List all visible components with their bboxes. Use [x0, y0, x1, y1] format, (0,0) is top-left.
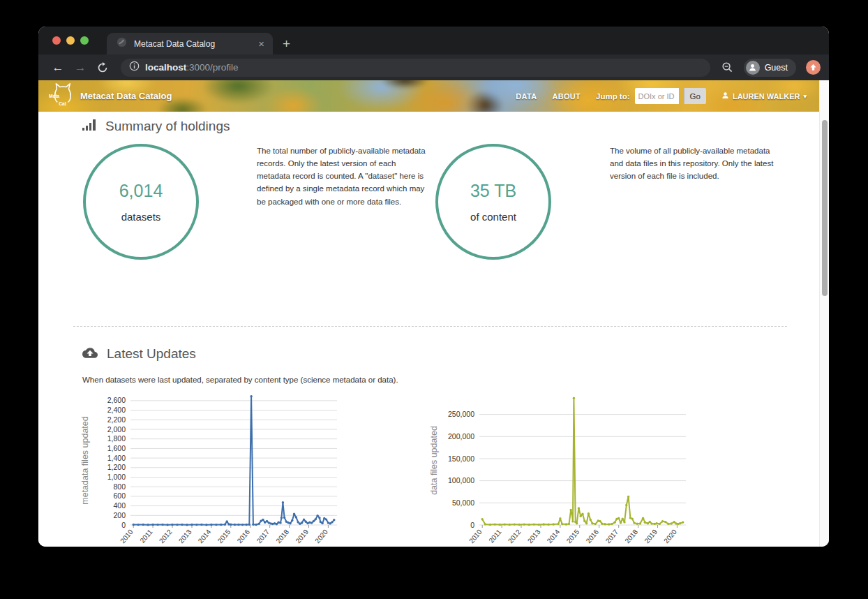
svg-text:2014: 2014	[546, 528, 562, 545]
url-host: localhost	[145, 62, 186, 73]
summary-heading: Summary of holdings	[82, 119, 230, 134]
section-divider	[73, 326, 787, 327]
svg-text:1,800: 1,800	[107, 434, 126, 443]
tab-title: Metacat Data Catalog	[134, 39, 250, 49]
svg-text:1,200: 1,200	[107, 463, 126, 471]
svg-text:2,400: 2,400	[107, 406, 126, 414]
guest-avatar	[746, 61, 760, 75]
svg-text:2015: 2015	[565, 528, 581, 545]
tab-strip: Metacat Data Catalog × +	[38, 27, 829, 54]
svg-text:2,000: 2,000	[107, 425, 126, 434]
svg-text:2,600: 2,600	[107, 396, 126, 404]
site-info-icon[interactable]	[129, 61, 140, 74]
page-scrollbar	[819, 80, 829, 547]
updates-heading-text: Latest Updates	[107, 346, 196, 362]
brand-title: Metacat Data Catalog	[80, 91, 172, 101]
url-path: :3000/profile	[186, 62, 238, 73]
svg-text:2016: 2016	[585, 528, 601, 545]
brand-link[interactable]: Meta Cat Metacat Data Catalog	[48, 81, 172, 112]
scrollbar-thumb[interactable]	[822, 120, 828, 296]
cloud-upload-icon	[82, 346, 98, 362]
svg-text:2017: 2017	[604, 528, 620, 545]
svg-text:2012: 2012	[507, 528, 523, 545]
svg-text:data files updated: data files updated	[429, 426, 439, 495]
svg-text:50,000: 50,000	[452, 498, 474, 507]
svg-text:metadata files updated: metadata files updated	[80, 416, 90, 505]
svg-text:250,000: 250,000	[448, 410, 474, 418]
svg-text:2010: 2010	[467, 528, 484, 545]
user-name: LAUREN WALKER	[733, 92, 800, 101]
svg-text:100,000: 100,000	[448, 476, 474, 485]
updates-heading: Latest Updates	[82, 346, 196, 362]
user-icon	[721, 91, 729, 101]
svg-text:800: 800	[113, 482, 126, 491]
url-text: localhost:3000/profile	[145, 62, 239, 73]
chevron-down-icon: ▾	[803, 93, 807, 100]
svg-text:2019: 2019	[294, 528, 310, 545]
svg-text:2,200: 2,200	[107, 415, 126, 424]
svg-text:0: 0	[121, 521, 126, 529]
jump-to-input[interactable]	[635, 88, 679, 104]
svg-text:2014: 2014	[197, 528, 213, 545]
reload-button[interactable]	[93, 58, 112, 77]
new-tab-button[interactable]: +	[283, 37, 290, 50]
volume-label: of content	[470, 211, 516, 223]
address-bar[interactable]: localhost:3000/profile	[121, 59, 710, 77]
svg-text:1,600: 1,600	[107, 444, 126, 452]
metacat-logo: Meta Cat	[48, 81, 75, 112]
metadata-updates-chart: 02004006008001,0001,2001,4001,6001,8002,…	[79, 390, 345, 547]
tab-close-icon[interactable]: ×	[257, 38, 266, 49]
summary-heading-text: Summary of holdings	[105, 119, 230, 134]
volume-metric-circle: 35 TB of content	[435, 144, 551, 260]
svg-text:400: 400	[113, 501, 126, 510]
svg-text:2011: 2011	[487, 528, 503, 545]
svg-text:150,000: 150,000	[448, 454, 474, 463]
svg-text:2010: 2010	[119, 528, 135, 545]
profile-button[interactable]: Guest	[744, 59, 796, 77]
volume-count: 35 TB	[470, 181, 516, 201]
tab-favicon-icon	[117, 37, 127, 50]
svg-text:1,400: 1,400	[107, 454, 126, 462]
svg-text:2016: 2016	[236, 528, 252, 545]
browser-window: Metacat Data Catalog × + ← → localhost:3…	[38, 27, 829, 547]
svg-text:2018: 2018	[274, 528, 290, 545]
svg-text:2015: 2015	[216, 528, 232, 545]
nav-link-data[interactable]: DATA	[516, 92, 537, 101]
profile-page: Summary of holdings 6,014 datasets The t…	[38, 112, 819, 547]
volume-description: The volume of all publicly-available met…	[610, 145, 779, 182]
svg-text:1,000: 1,000	[107, 473, 126, 481]
minimize-window-button[interactable]	[66, 36, 75, 45]
datasets-label: datasets	[121, 211, 161, 223]
zoom-icon[interactable]	[719, 59, 737, 77]
svg-text:2017: 2017	[255, 528, 271, 545]
svg-text:0: 0	[470, 521, 474, 529]
svg-text:200: 200	[113, 511, 126, 519]
site-header: Meta Cat Metacat Data Catalog DATA ABOUT…	[38, 80, 819, 112]
bar-chart-icon	[82, 119, 96, 134]
datasets-metric-circle: 6,014 datasets	[83, 144, 199, 260]
svg-text:2019: 2019	[643, 528, 659, 545]
browser-toolbar: ← → localhost:3000/profile Guest	[38, 54, 829, 80]
back-button[interactable]: ←	[48, 58, 68, 77]
svg-text:2018: 2018	[623, 528, 639, 545]
svg-text:200,000: 200,000	[448, 432, 474, 441]
maximize-window-button[interactable]	[80, 36, 89, 45]
guest-label: Guest	[765, 63, 788, 73]
svg-text:2011: 2011	[138, 528, 154, 545]
go-button[interactable]: Go	[684, 88, 706, 104]
updates-subtitle: When datasets were last updated, separat…	[82, 376, 398, 384]
window-controls	[38, 27, 98, 54]
datasets-description: The total number of publicly-available m…	[257, 145, 428, 208]
close-window-button[interactable]	[52, 36, 61, 45]
svg-text:2013: 2013	[526, 528, 542, 545]
svg-text:2013: 2013	[177, 528, 193, 545]
forward-button[interactable]: →	[70, 58, 90, 77]
data-updates-chart: 050,000100,000150,000200,000250,00020102…	[428, 390, 694, 547]
svg-text:2012: 2012	[158, 528, 174, 545]
browser-tab[interactable]: Metacat Data Catalog ×	[107, 33, 273, 54]
nav-link-about[interactable]: ABOUT	[552, 92, 581, 101]
logo-meta-text: Meta	[49, 93, 59, 98]
extension-icon[interactable]	[806, 60, 821, 75]
user-menu[interactable]: LAUREN WALKER ▾	[721, 91, 807, 101]
datasets-count: 6,014	[119, 181, 163, 201]
